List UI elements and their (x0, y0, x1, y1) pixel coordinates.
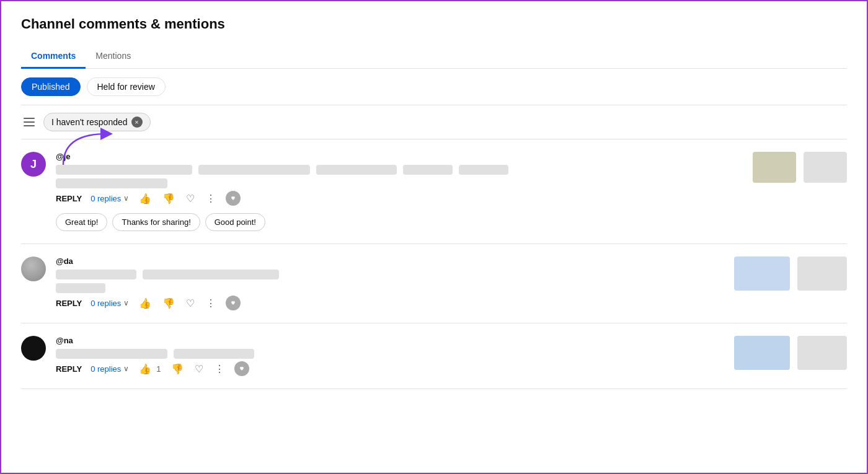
video-thumbnail (734, 257, 790, 291)
tab-comments[interactable]: Comments (21, 45, 86, 69)
quick-reply-chip[interactable]: Thanks for sharing! (112, 213, 200, 231)
thumbs-up-icon[interactable]: 👍 (138, 362, 153, 376)
comment-body: @da REPLY 0 replies ∨ 👍 (56, 257, 724, 310)
comment-actions: REPLY 0 replies ∨ 👍 👎 ♡ ⋮ (56, 296, 724, 310)
filter-tag-label: I haven't responded (51, 117, 128, 127)
filter-row: Published Held for review (21, 69, 847, 105)
comments-list: J @je REPLY (21, 139, 847, 389)
comment-body: @je REPLY 0 replie (56, 152, 743, 231)
reply-button[interactable]: REPLY (56, 299, 82, 308)
thumbnail-right (734, 336, 847, 370)
comment-line (56, 165, 743, 175)
replies-count: 0 replies (91, 299, 121, 308)
blurred-text (198, 165, 310, 175)
video-thumbnail (804, 152, 847, 183)
comment-line (56, 270, 724, 279)
more-icon[interactable]: ⋮ (213, 362, 226, 376)
comment-actions: REPLY 0 replies ∨ 👍 👎 ♡ ⋮ (56, 191, 743, 206)
quick-reply-chip[interactable]: Great tip! (56, 213, 107, 231)
creator-heart-btn[interactable] (226, 191, 241, 206)
reply-button[interactable]: REPLY (56, 364, 82, 374)
replies-button[interactable]: 0 replies ∨ (91, 299, 129, 308)
published-filter-btn[interactable]: Published (21, 77, 81, 96)
chevron-down-icon: ∨ (123, 299, 129, 307)
blurred-text (56, 165, 192, 175)
comment-line (56, 349, 724, 359)
thumbs-down-icon[interactable]: 👎 (170, 362, 185, 376)
thumbs-up-icon[interactable]: 👍 (138, 191, 153, 206)
thumbs-down-icon[interactable]: 👎 (161, 296, 176, 310)
replies-button[interactable]: 0 replies ∨ (91, 364, 129, 374)
comment-item: @da REPLY 0 replies ∨ 👍 (21, 244, 847, 323)
avatar: J (21, 152, 46, 177)
video-thumbnail (797, 257, 847, 291)
chevron-down-icon: ∨ (123, 364, 129, 373)
comment-line (56, 178, 743, 188)
filter-tag-close-btn[interactable]: × (131, 116, 143, 128)
blurred-text (316, 165, 397, 175)
heart-icon[interactable]: ♡ (185, 191, 196, 206)
filter-tag-row: I haven't responded × (21, 105, 847, 139)
comment-lines (56, 349, 724, 359)
comment-username: @je (56, 152, 743, 161)
comment-username: @da (56, 257, 724, 266)
comment-item: @na REPLY 0 replies ∨ 👍 1 👎 (21, 323, 847, 389)
blurred-text (56, 283, 105, 293)
blurred-text (56, 270, 136, 279)
like-count: 1 (156, 364, 161, 374)
comment-lines (56, 270, 724, 293)
blurred-text (459, 165, 508, 175)
held-for-review-filter-btn[interactable]: Held for review (87, 77, 166, 96)
blurred-text (56, 178, 167, 188)
tabs-row: Comments Mentions (21, 45, 847, 69)
quick-replies: Great tip! Thanks for sharing! Good poin… (56, 213, 743, 231)
comment-actions: REPLY 0 replies ∨ 👍 1 👎 ♡ ⋮ (56, 361, 724, 376)
comment-item: J @je REPLY (21, 139, 847, 244)
chevron-down-icon: ∨ (123, 194, 129, 203)
replies-count: 0 replies (91, 364, 121, 374)
heart-icon[interactable]: ♡ (193, 362, 205, 376)
comment-line (56, 283, 724, 293)
avatar (21, 336, 46, 361)
thumbnail-right (753, 152, 847, 183)
page-title: Channel comments & mentions (21, 16, 847, 32)
blurred-text (143, 270, 279, 279)
creator-heart-btn[interactable] (226, 296, 241, 310)
more-icon[interactable]: ⋮ (205, 296, 217, 310)
reply-button[interactable]: REPLY (56, 194, 82, 203)
creator-heart-icon (237, 364, 246, 373)
blurred-text (56, 349, 167, 359)
quick-reply-chip[interactable]: Good point! (205, 213, 265, 231)
filter-icon[interactable] (21, 115, 37, 129)
thumbs-up-icon[interactable]: 👍 (138, 296, 153, 310)
replies-button[interactable]: 0 replies ∨ (91, 194, 129, 203)
blurred-text (403, 165, 453, 175)
video-thumbnail (797, 336, 847, 370)
comment-lines (56, 165, 743, 188)
thumbnail-right (734, 257, 847, 291)
more-icon[interactable]: ⋮ (205, 191, 217, 206)
video-thumbnail (753, 152, 796, 183)
creator-heart-btn[interactable] (234, 361, 249, 376)
thumbs-down-icon[interactable]: 👎 (161, 191, 176, 206)
replies-count: 0 replies (91, 194, 121, 203)
tab-mentions[interactable]: Mentions (86, 45, 141, 69)
comment-body: @na REPLY 0 replies ∨ 👍 1 👎 (56, 336, 724, 376)
blurred-text (174, 349, 254, 359)
avatar (21, 257, 46, 281)
creator-heart-icon (229, 194, 237, 203)
comment-username: @na (56, 336, 724, 345)
heart-icon[interactable]: ♡ (185, 296, 196, 310)
active-filter-tag: I haven't responded × (43, 113, 151, 131)
video-thumbnail (734, 336, 790, 370)
creator-heart-icon (229, 299, 237, 307)
